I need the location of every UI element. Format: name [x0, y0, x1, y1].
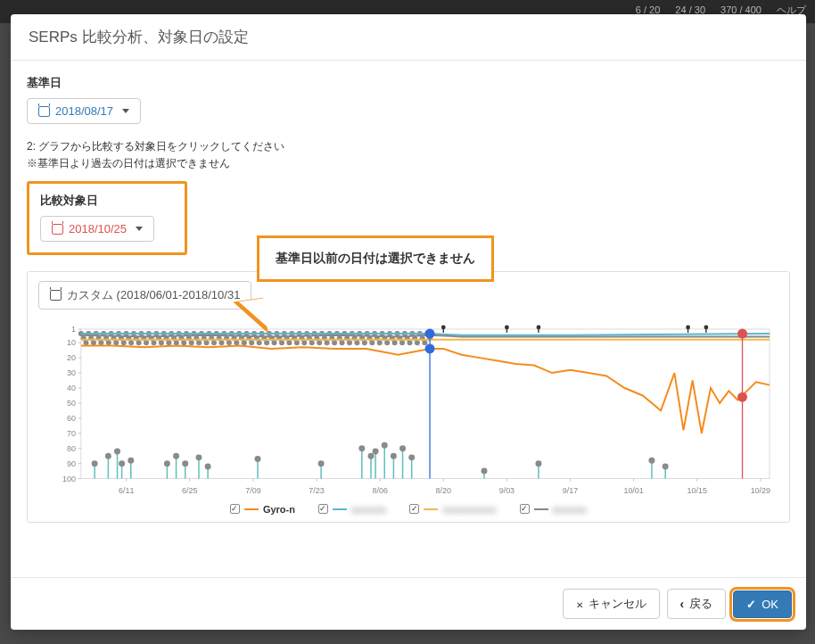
svg-text:6/25: 6/25	[182, 486, 197, 495]
svg-point-244	[686, 326, 690, 330]
svg-point-77	[159, 341, 164, 346]
checkbox-icon: ✓	[230, 504, 240, 514]
svg-point-104	[226, 341, 232, 346]
rank-chart[interactable]: 11020304050607080901006/116/257/097/238/…	[38, 320, 778, 499]
modal-title: SERPs 比較分析、対象日の設定	[29, 27, 788, 47]
svg-point-110	[242, 341, 247, 346]
svg-point-53	[98, 341, 103, 346]
svg-text:30: 30	[67, 368, 76, 377]
svg-point-233	[425, 344, 435, 354]
svg-point-62	[121, 341, 127, 346]
svg-point-212	[368, 453, 375, 459]
svg-point-214	[373, 449, 379, 455]
caret-down-icon	[136, 227, 143, 231]
svg-point-236	[737, 392, 747, 402]
serps-compare-modal: SERPs 比較分析、対象日の設定 基準日 2018/08/17 2: グラフか…	[11, 14, 806, 630]
svg-point-116	[257, 341, 262, 346]
svg-point-235	[737, 329, 747, 339]
svg-point-134	[301, 341, 307, 346]
svg-point-161	[369, 341, 375, 346]
legend-item-gyron[interactable]: ✓ Gyro-n	[230, 504, 295, 515]
svg-point-125	[279, 341, 284, 346]
svg-text:90: 90	[67, 459, 76, 468]
callout-tooltip: 基準日以前の日付は選択できません	[257, 235, 494, 282]
svg-text:8/06: 8/06	[372, 486, 387, 495]
check-icon	[746, 598, 756, 611]
svg-point-92	[196, 341, 202, 346]
svg-text:70: 70	[67, 429, 76, 438]
modal-header: SERPs 比較分析、対象日の設定	[11, 14, 806, 61]
svg-point-107	[234, 341, 239, 346]
svg-point-228	[648, 458, 654, 464]
svg-point-167	[384, 341, 390, 346]
svg-point-196	[164, 461, 170, 467]
callout-pointer	[239, 298, 268, 332]
legend-swatch	[333, 508, 347, 510]
baseline-label: 基準日	[27, 75, 790, 91]
svg-point-83	[174, 341, 179, 346]
date-range-value: カスタム (2018/06/01-2018/10/31	[67, 287, 240, 303]
compare-date-picker[interactable]: 2018/10/25	[40, 216, 154, 242]
date-range-picker[interactable]: カスタム (2018/06/01-2018/10/31	[38, 281, 251, 310]
svg-point-143	[325, 341, 330, 346]
svg-point-131	[294, 341, 300, 346]
legend-item-b[interactable]: ✓ assssss	[318, 504, 386, 515]
svg-point-186	[92, 461, 98, 467]
svg-point-198	[173, 453, 179, 459]
svg-point-155	[354, 341, 359, 346]
svg-text:8/20: 8/20	[436, 486, 451, 495]
svg-text:60: 60	[67, 414, 76, 423]
back-label: 戻る	[689, 596, 712, 612]
baseline-date-picker[interactable]: 2018/08/17	[27, 98, 141, 124]
svg-point-206	[255, 456, 261, 462]
svg-point-194	[128, 458, 134, 464]
legend-label: sssssss	[553, 504, 588, 515]
caret-down-icon	[122, 109, 129, 113]
instruction-line: 2: グラフから比較する対象日をクリックしてください	[27, 138, 790, 155]
legend-label: assssss	[351, 504, 386, 515]
svg-text:7/23: 7/23	[309, 486, 324, 495]
svg-point-47	[84, 341, 89, 346]
legend-item-c[interactable]: ✓ sssssssssss	[409, 504, 497, 515]
svg-point-208	[318, 461, 325, 467]
callout-text: 基準日以前の日付は選択できません	[276, 251, 475, 265]
svg-point-122	[272, 341, 277, 346]
modal-footer: キャンセル 戻る OK	[11, 577, 806, 630]
svg-point-89	[189, 341, 194, 346]
legend-item-d[interactable]: ✓ sssssss	[520, 504, 588, 515]
legend-swatch	[424, 508, 438, 510]
svg-point-128	[286, 341, 292, 346]
svg-rect-0	[81, 329, 770, 479]
svg-point-242	[537, 326, 541, 330]
chevron-left-icon	[680, 597, 685, 611]
ok-label: OK	[761, 598, 778, 611]
back-button[interactable]: 戻る	[667, 589, 727, 619]
calendar-icon	[52, 224, 63, 235]
svg-point-176	[408, 341, 413, 346]
svg-point-98	[211, 341, 217, 346]
svg-point-158	[362, 341, 367, 346]
svg-point-56	[106, 341, 111, 346]
ok-button[interactable]: OK	[733, 590, 792, 618]
svg-point-74	[151, 341, 156, 346]
svg-point-238	[441, 326, 446, 330]
instruction-note: ※基準日より過去の日付は選択できません	[27, 155, 790, 172]
chart-legend: ✓ Gyro-n ✓ assssss ✓ sssssssssss ✓	[38, 504, 778, 515]
svg-point-202	[195, 455, 202, 461]
svg-text:9/17: 9/17	[563, 486, 578, 495]
svg-point-71	[144, 341, 149, 346]
svg-text:50: 50	[67, 399, 76, 408]
svg-point-220	[399, 446, 406, 452]
baseline-date-value: 2018/08/17	[55, 104, 113, 118]
cancel-button[interactable]: キャンセル	[563, 589, 660, 619]
svg-point-152	[347, 341, 352, 346]
compare-date-value: 2018/10/25	[69, 222, 127, 235]
svg-text:10/29: 10/29	[751, 486, 770, 495]
svg-point-101	[218, 341, 224, 346]
calendar-icon	[50, 290, 62, 301]
svg-point-80	[166, 341, 171, 346]
legend-swatch	[534, 508, 548, 510]
svg-point-95	[204, 341, 210, 346]
svg-text:80: 80	[67, 444, 76, 453]
svg-point-86	[181, 341, 186, 346]
